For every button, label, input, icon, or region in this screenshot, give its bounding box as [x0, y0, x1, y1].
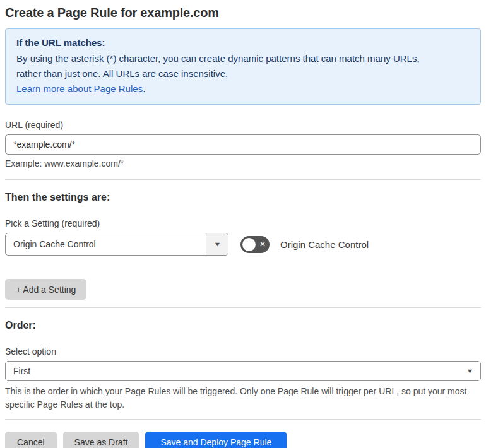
url-field-label: URL (required) [5, 120, 481, 130]
add-setting-button[interactable]: + Add a Setting [5, 279, 86, 300]
info-box-heading: If the URL matches: [16, 36, 470, 50]
save-as-draft-button[interactable]: Save as Draft [63, 432, 139, 448]
order-select-value: First [6, 366, 38, 376]
setting-select-value: Origin Cache Control [6, 233, 206, 255]
setting-select[interactable]: Origin Cache Control ▼ [5, 233, 228, 256]
divider [5, 179, 481, 180]
pick-setting-label: Pick a Setting (required) [5, 218, 481, 228]
toggle-label: Origin Cache Control [280, 239, 369, 250]
caret-down-icon: ▼ [466, 368, 473, 374]
order-section-heading: Order: [5, 319, 481, 332]
page-title: Create a Page Rule for example.com [5, 0, 481, 21]
create-page-rule-panel: Create a Page Rule for example.com If th… [0, 0, 486, 448]
order-select-label: Select option [5, 346, 481, 357]
setting-select-caret-button[interactable]: ▼ [206, 233, 228, 255]
setting-row: Origin Cache Control ▼ ✕ Origin Cache Co… [5, 233, 481, 256]
url-input[interactable] [5, 134, 481, 155]
info-link-line: Learn more about Page Rules. [16, 81, 470, 97]
learn-more-link[interactable]: Learn more about Page Rules [16, 83, 143, 94]
save-and-deploy-button[interactable]: Save and Deploy Page Rule [145, 432, 287, 448]
divider [5, 419, 481, 420]
toggle-knob [242, 238, 256, 251]
url-example-hint: Example: www.example.com/* [5, 158, 481, 169]
info-box-body: By using the asterisk (*) character, you… [16, 51, 443, 81]
url-match-info-box: If the URL matches: By using the asteris… [5, 28, 481, 105]
settings-section-heading: Then the settings are: [5, 191, 481, 204]
link-suffix: . [143, 83, 145, 94]
order-help-text: This is the order in which your Page Rul… [5, 385, 481, 411]
order-select[interactable]: First ▼ [5, 361, 481, 381]
cancel-button[interactable]: Cancel [5, 432, 57, 448]
footer-actions: Cancel Save as Draft Save and Deploy Pag… [5, 432, 481, 448]
caret-down-icon: ▼ [213, 242, 221, 247]
origin-cache-control-toggle[interactable]: ✕ [240, 236, 270, 253]
divider [5, 307, 481, 308]
toggle-off-icon: ✕ [259, 240, 266, 248]
